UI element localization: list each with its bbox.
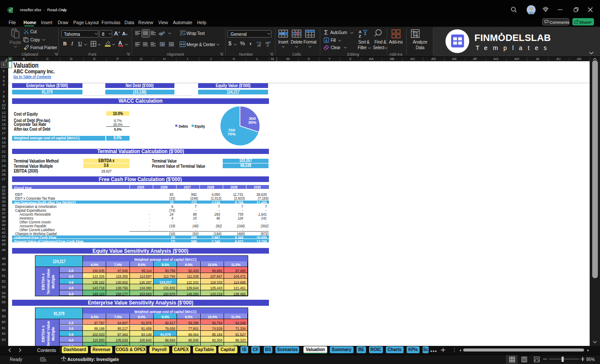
svg-text:A: A: [359, 30, 362, 34]
svg-text:.00: .00: [257, 44, 261, 47]
svg-text:x: x: [9, 9, 11, 12]
svg-text:30%: 30%: [248, 120, 257, 125]
svg-text:70%: 70%: [227, 132, 236, 136]
svg-text:.0: .0: [266, 44, 269, 47]
svg-text:Z: Z: [359, 34, 361, 38]
